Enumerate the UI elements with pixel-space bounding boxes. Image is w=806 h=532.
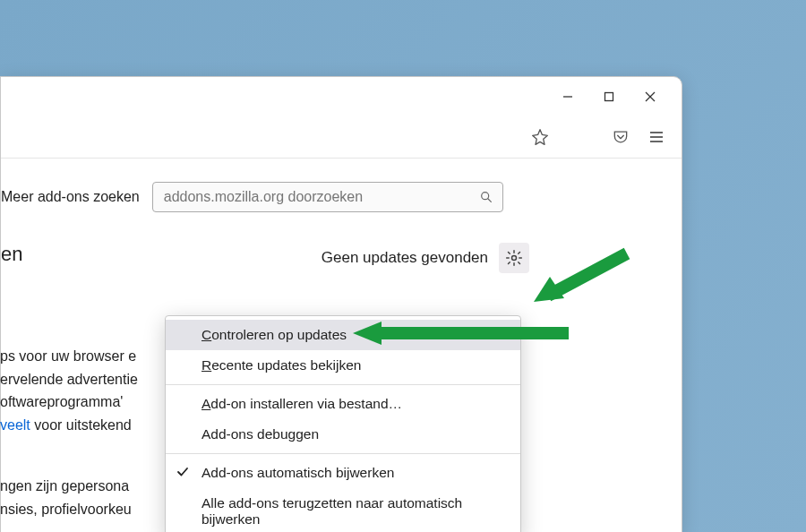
addons-settings-menu: Controleren op updates Recente updates b… bbox=[165, 315, 521, 532]
close-button[interactable] bbox=[630, 82, 671, 111]
section-heading-fragment: en bbox=[1, 243, 22, 266]
text-line: ps voor uw browser e bbox=[0, 345, 138, 368]
svg-point-9 bbox=[512, 256, 517, 261]
menu-separator bbox=[166, 384, 520, 385]
text-line: nsies, profielvoorkeu bbox=[0, 498, 132, 521]
svg-line-8 bbox=[488, 199, 491, 202]
menu-reset-auto-update[interactable]: Alle add-ons terugzetten naar automatisc… bbox=[166, 488, 520, 532]
minimize-icon bbox=[562, 91, 573, 102]
search-field[interactable] bbox=[162, 188, 452, 206]
svg-marker-13 bbox=[353, 322, 382, 345]
pocket-icon bbox=[612, 128, 630, 146]
maximize-icon bbox=[604, 91, 614, 102]
pocket-button[interactable] bbox=[604, 122, 637, 152]
star-icon bbox=[531, 128, 549, 146]
bookmark-star-button[interactable] bbox=[524, 122, 556, 152]
gear-icon bbox=[505, 249, 523, 267]
minimize-button[interactable] bbox=[547, 82, 588, 111]
recommendation-link[interactable]: veelt bbox=[0, 417, 30, 433]
addons-search-row: Meer add-ons zoeken bbox=[1, 182, 682, 212]
svg-rect-1 bbox=[605, 93, 613, 101]
menu-auto-update[interactable]: Add-ons automatisch bijwerken bbox=[166, 458, 520, 488]
close-icon bbox=[645, 91, 656, 102]
search-icon bbox=[479, 190, 493, 204]
text-line: ervelende advertentie bbox=[0, 368, 138, 391]
update-status-text: Geen updates gevonden bbox=[322, 249, 488, 267]
search-label: Meer add-ons zoeken bbox=[1, 189, 140, 205]
menu-debug-addons[interactable]: Add-ons debuggen bbox=[166, 419, 520, 450]
svg-line-10 bbox=[548, 253, 627, 296]
addons-settings-button[interactable] bbox=[499, 243, 529, 273]
addons-search-input[interactable] bbox=[152, 182, 503, 212]
menu-recent-updates[interactable]: Recente updates bekijken bbox=[166, 350, 520, 381]
check-icon bbox=[176, 466, 189, 481]
description-paragraph-2: ngen zijn gepersona nsies, profielvoorke… bbox=[0, 475, 132, 520]
description-paragraph-1: ps voor uw browser e ervelende advertent… bbox=[0, 345, 138, 436]
svg-point-7 bbox=[481, 193, 488, 200]
text-line: veelt voor uitstekend bbox=[0, 414, 138, 437]
annotation-arrow-menu-item bbox=[349, 320, 573, 347]
hamburger-icon bbox=[648, 129, 665, 145]
hamburger-menu-button[interactable] bbox=[640, 122, 673, 152]
window-titlebar bbox=[1, 77, 682, 116]
annotation-arrow-gear bbox=[528, 246, 636, 318]
text-line: ngen zijn gepersona bbox=[0, 475, 132, 498]
menu-separator bbox=[166, 453, 520, 454]
browser-toolbar bbox=[1, 116, 682, 159]
maximize-button[interactable] bbox=[588, 82, 630, 111]
menu-install-from-file[interactable]: Add-on installeren via bestand… bbox=[166, 389, 520, 419]
text-line: oftwareprogramma' bbox=[0, 390, 138, 414]
